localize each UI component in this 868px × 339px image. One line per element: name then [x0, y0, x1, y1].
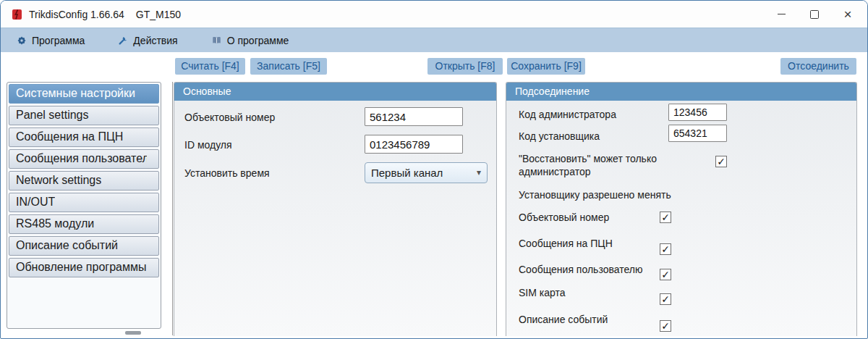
installer-allowed-label: Установщику разрешено менять	[519, 189, 671, 201]
sidebar-item-rs485-modules[interactable]: RS485 модули	[9, 214, 159, 234]
read-button[interactable]: Считать [F4]	[175, 58, 245, 75]
set-time-selected-value: Первый канал	[371, 167, 443, 179]
disconnect-button[interactable]: Отсоединить	[780, 58, 856, 75]
menu-program-label: Программа	[32, 35, 85, 46]
perm-user-messages-label: Сообщения пользователю	[519, 264, 642, 275]
open-button[interactable]: Открыть [F8]	[427, 58, 503, 75]
connection-panel: Подсоединение Код администратора Код уст…	[506, 82, 857, 336]
title-bar: TrikdisConfig 1.66.64 GT_M150 ×	[1, 1, 867, 28]
set-time-label: Установить время	[184, 167, 270, 179]
sidebar-item-system-settings[interactable]: Системные настройки	[9, 84, 159, 104]
close-icon: ×	[843, 7, 851, 21]
checkmark-icon: ✓	[661, 212, 670, 223]
installer-code-input[interactable]	[668, 125, 727, 142]
sidebar-item-user-messages[interactable]: Сообщения пользователю	[9, 149, 159, 169]
checkmark-icon: ✓	[661, 293, 670, 305]
module-id-label: ID модуля	[184, 139, 232, 151]
perm-object-number-label: Объектовый номер	[519, 212, 609, 223]
write-button[interactable]: Записать [F5]	[250, 58, 327, 75]
perm-object-number-checkbox[interactable]: ✓	[660, 212, 671, 223]
sidebar-item-network-settings[interactable]: Network settings	[9, 171, 159, 191]
object-number-label: Объектовый номер	[184, 112, 275, 123]
window-title: TrikdisConfig 1.66.64	[29, 9, 124, 20]
sidebar-item-cms-messages[interactable]: Сообщения на ПЦН	[9, 127, 159, 147]
perm-sim-card-checkbox[interactable]: ✓	[660, 293, 671, 305]
set-time-dropdown[interactable]: Первый канал ▾	[365, 162, 488, 183]
minimize-button[interactable]	[765, 2, 798, 27]
book-icon	[211, 35, 222, 46]
menu-program[interactable]: Программа	[17, 35, 85, 46]
sidebar: Системные настройки Panel settings Сообщ…	[7, 82, 161, 329]
trikdis-logo-icon	[12, 8, 22, 21]
perm-cms-messages-checkbox[interactable]: ✓	[660, 243, 671, 255]
checkmark-icon: ✓	[661, 269, 670, 280]
window-controls: ×	[765, 1, 864, 28]
admin-code-input[interactable]	[668, 104, 727, 121]
checkmark-icon: ✓	[661, 243, 670, 255]
sidebar-item-firmware-update[interactable]: Обновление программы	[9, 258, 159, 277]
main-panel: Основные Объектовый номер ID модуля Уста…	[174, 82, 497, 336]
object-number-input[interactable]	[365, 107, 463, 126]
menu-actions[interactable]: Действия	[118, 35, 177, 46]
sidebar-item-in-out[interactable]: IN/OUT	[9, 193, 159, 212]
menu-actions-label: Действия	[133, 35, 177, 46]
connection-panel-header: Подсоединение	[506, 83, 856, 101]
main-panel-header: Основные	[174, 83, 496, 101]
window-title-device: GT_M150	[136, 9, 181, 20]
checkmark-icon: ✓	[661, 320, 670, 332]
maximize-button[interactable]	[798, 2, 831, 27]
admin-code-label: Код администратора	[519, 109, 616, 120]
maximize-icon	[810, 10, 819, 19]
installer-code-label: Код установщика	[519, 130, 600, 142]
perm-user-messages-checkbox[interactable]: ✓	[660, 269, 671, 280]
wrench-icon	[118, 35, 128, 46]
perm-event-descriptions-label: Описание событий	[519, 314, 608, 325]
sidebar-item-panel-settings[interactable]: Panel settings	[9, 106, 159, 125]
app-window: TrikdisConfig 1.66.64 GT_M150 × Программ…	[0, 0, 868, 339]
restore-admin-only-checkbox[interactable]: ✓	[715, 156, 727, 167]
module-id-input[interactable]	[365, 135, 463, 154]
minimize-icon	[778, 14, 786, 14]
sidebar-item-event-descriptions[interactable]: Описание событий	[9, 236, 159, 256]
close-button[interactable]: ×	[831, 2, 864, 27]
perm-cms-messages-label: Сообщения на ПЦН	[519, 238, 613, 249]
menu-about[interactable]: О программе	[211, 35, 289, 46]
menu-bar: Программа Действия О программе	[1, 28, 867, 52]
save-button[interactable]: Сохранить [F9]	[507, 58, 585, 75]
menu-about-label: О программе	[227, 35, 289, 46]
perm-event-descriptions-checkbox[interactable]: ✓	[660, 320, 671, 332]
gear-icon	[17, 35, 27, 46]
resize-grip[interactable]	[125, 331, 141, 335]
restore-admin-only-label: "Восстановить" может только администрато…	[519, 152, 686, 178]
chevron-down-icon: ▾	[477, 167, 481, 177]
checkmark-icon: ✓	[717, 156, 726, 167]
vertical-divider	[172, 82, 173, 335]
perm-sim-card-label: SIM карта	[519, 287, 566, 298]
